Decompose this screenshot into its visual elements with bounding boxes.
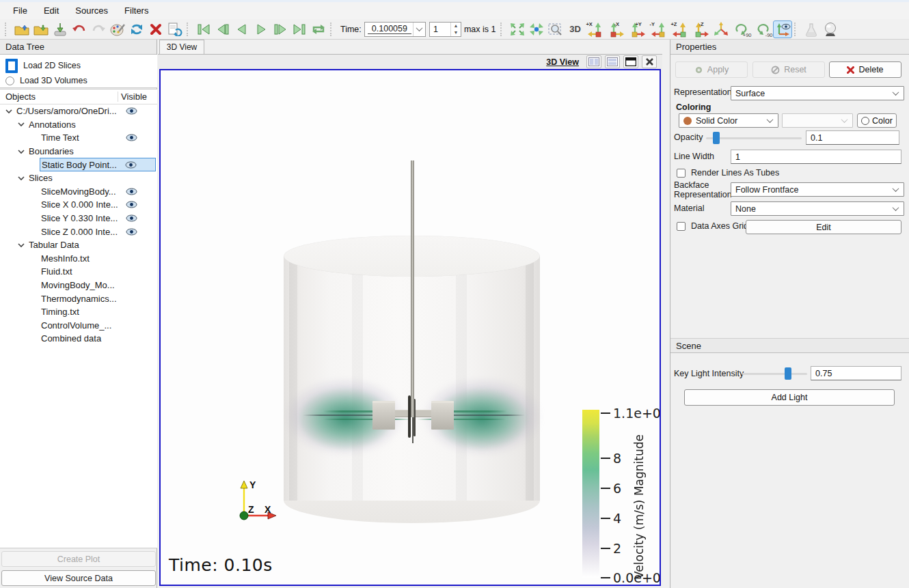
- time-combobox[interactable]: 0.100059: [364, 22, 426, 37]
- chevron-down-icon[interactable]: [3, 109, 15, 114]
- tree-row[interactable]: Annotations: [0, 118, 157, 132]
- save-data-button[interactable]: [51, 20, 70, 38]
- tree-row[interactable]: C:/Users/amoro/OneDri...: [0, 104, 157, 118]
- tree-row[interactable]: Fluid.txt: [0, 265, 157, 279]
- tree-row[interactable]: MovingBody_Mo...: [0, 279, 157, 292]
- split-horizontal-button[interactable]: [586, 55, 601, 68]
- rotate-90-cw-button[interactable]: +90: [731, 20, 752, 38]
- tree-row[interactable]: SliceMovingBody...: [0, 185, 157, 199]
- radio-unselected-icon[interactable]: [5, 76, 14, 85]
- view-3d-button[interactable]: 3D: [565, 20, 584, 38]
- frame-spin-buttons[interactable]: ▲▼: [450, 23, 461, 36]
- next-frame-button[interactable]: [271, 20, 290, 38]
- camera-plus-y-button[interactable]: +Y: [627, 20, 648, 38]
- view-title-link[interactable]: 3D View: [546, 57, 579, 67]
- chevron-down-icon[interactable]: [15, 122, 27, 127]
- render-preview-button[interactable]: [821, 20, 840, 38]
- tree-row[interactable]: Combined data: [0, 332, 157, 346]
- tree-row[interactable]: Slices: [0, 171, 157, 185]
- isometric-view-button[interactable]: [711, 20, 731, 38]
- chevron-down-icon[interactable]: [15, 242, 27, 248]
- tree-row[interactable]: MeshInfo.txt: [0, 252, 157, 266]
- velocity-colorbar[interactable]: [582, 410, 599, 578]
- chevron-down-icon[interactable]: [15, 149, 27, 154]
- render-tubes-checkbox[interactable]: [677, 169, 686, 178]
- play-button[interactable]: [252, 20, 271, 38]
- backface-representation-select[interactable]: Follow Frontface: [731, 182, 904, 197]
- open-recent-button[interactable]: [31, 20, 51, 38]
- tree-row[interactable]: Slice Z 0.000 Inte...: [0, 225, 157, 238]
- view-source-data-button[interactable]: View Source Data: [1, 570, 156, 586]
- line-width-input[interactable]: [731, 150, 901, 164]
- opacity-slider[interactable]: [706, 132, 802, 144]
- camera-minus-y-button[interactable]: -Y: [648, 20, 669, 38]
- key-light-slider[interactable]: [742, 367, 807, 380]
- reset-button[interactable]: Reset: [752, 61, 825, 78]
- load-2d-slices-option[interactable]: Load 2D Slices: [5, 59, 157, 72]
- tree-row-selected[interactable]: Static Body Point...: [0, 158, 157, 171]
- split-vertical-button[interactable]: [605, 55, 620, 68]
- tree-row[interactable]: Slice X 0.000 Inte...: [0, 198, 157, 212]
- maximize-view-button[interactable]: [623, 55, 638, 68]
- camera-minus-x-button[interactable]: -X: [606, 20, 627, 38]
- apply-button[interactable]: Apply: [675, 61, 748, 78]
- close-view-button[interactable]: [642, 55, 657, 68]
- camera-minus-z-button[interactable]: -Z: [690, 20, 711, 38]
- radio-selected-icon[interactable]: [5, 59, 18, 73]
- menu-sources[interactable]: Sources: [68, 3, 116, 18]
- reset-camera-button[interactable]: [508, 20, 527, 38]
- data-axes-grid-checkbox[interactable]: [677, 222, 686, 231]
- last-frame-button[interactable]: [290, 20, 309, 38]
- color-picker-button[interactable]: Color: [857, 113, 897, 128]
- visibility-eye-icon[interactable]: [125, 161, 137, 169]
- refresh-button[interactable]: [127, 20, 146, 38]
- create-plot-button[interactable]: Create Plot: [1, 551, 156, 567]
- tree-row[interactable]: ControlVolume_...: [0, 319, 157, 333]
- material-select[interactable]: None: [731, 201, 904, 216]
- representation-select[interactable]: Surface: [731, 86, 904, 100]
- visibility-eye-icon[interactable]: [126, 188, 138, 195]
- edit-axes-grid-button[interactable]: Edit: [746, 220, 901, 234]
- open-file-button[interactable]: [12, 20, 31, 38]
- tab-3d-view[interactable]: 3D View: [159, 40, 204, 54]
- add-light-button[interactable]: Add Light: [684, 389, 895, 406]
- experiment-button[interactable]: [802, 20, 821, 38]
- visibility-eye-icon[interactable]: [126, 228, 138, 236]
- undo-button[interactable]: [70, 20, 89, 38]
- visibility-eye-icon[interactable]: [126, 214, 138, 222]
- menu-file[interactable]: File: [5, 3, 35, 18]
- visibility-eye-icon[interactable]: [126, 201, 138, 208]
- redo-button[interactable]: [89, 20, 108, 38]
- frame-value[interactable]: 1: [430, 23, 450, 36]
- camera-plus-x-button[interactable]: +X: [584, 20, 606, 38]
- tree-row[interactable]: Timing.txt: [0, 305, 157, 319]
- chevron-down-icon[interactable]: [15, 176, 27, 181]
- reload-files-button[interactable]: [165, 20, 185, 38]
- play-backward-button[interactable]: [232, 20, 252, 38]
- previous-frame-button[interactable]: [213, 20, 232, 38]
- opacity-input[interactable]: [806, 130, 899, 145]
- menu-edit[interactable]: Edit: [36, 3, 66, 18]
- delete-object-button[interactable]: [146, 20, 165, 38]
- frame-spinbox[interactable]: 1 ▲▼: [429, 22, 461, 37]
- render-viewport-3d[interactable]: 1.1e+01 8 6 4 2 0.0e+00 Velocity (m/s) M…: [159, 69, 661, 586]
- visibility-eye-icon[interactable]: [126, 134, 138, 141]
- loop-button[interactable]: [309, 20, 328, 38]
- time-value[interactable]: 0.100059: [368, 24, 411, 34]
- delete-button[interactable]: Delete: [829, 61, 901, 78]
- menu-filters[interactable]: Filters: [117, 3, 156, 18]
- slider-handle[interactable]: [785, 367, 791, 380]
- visibility-eye-icon[interactable]: [126, 107, 138, 115]
- color-array-select[interactable]: Solid Color: [679, 113, 778, 128]
- slider-handle[interactable]: [713, 132, 720, 144]
- first-frame-button[interactable]: [194, 20, 213, 38]
- tree-row[interactable]: Slice Y 0.330 Inte...: [0, 212, 157, 225]
- color-palette-button[interactable]: [108, 20, 127, 38]
- key-light-intensity-input[interactable]: [811, 366, 901, 380]
- zoom-box-button[interactable]: [546, 20, 565, 38]
- load-3d-volumes-option[interactable]: Load 3D Volumes: [5, 74, 157, 87]
- zoom-to-data-button[interactable]: [527, 20, 546, 38]
- tree-row[interactable]: Thermodynamics...: [0, 292, 157, 305]
- orientation-axes-toggle[interactable]: [773, 20, 792, 38]
- tree-row[interactable]: Time Text: [0, 131, 157, 145]
